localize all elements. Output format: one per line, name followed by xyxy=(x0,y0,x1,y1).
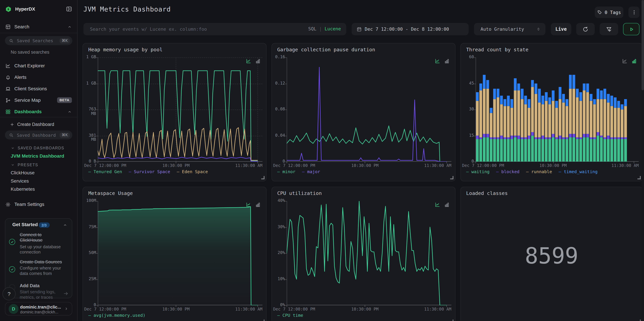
y-axis-tick xyxy=(285,57,287,58)
section-header-label: SAVED DASHBOARDS xyxy=(18,146,64,150)
sidebar-item-team-settings[interactable]: Team Settings xyxy=(0,200,77,209)
panel-resize-handle[interactable] xyxy=(638,176,640,179)
saved-dashboards-field[interactable] xyxy=(16,132,57,138)
saved-searches-input[interactable]: ⌘K xyxy=(5,36,72,45)
sidebar-item-chart-explorer[interactable]: Chart Explorer xyxy=(0,61,77,70)
sidebar-collapse-icon[interactable] xyxy=(66,6,72,12)
metric-value: 8599 xyxy=(461,187,642,321)
x-axis-tick xyxy=(258,305,258,307)
panel-resize-handle[interactable] xyxy=(638,320,640,321)
event-search-field[interactable] xyxy=(84,26,346,32)
panel-title[interactable]: Garbage collection pause duration xyxy=(277,47,375,52)
legend-item[interactable]: — blocked xyxy=(496,169,520,174)
sidebar-link-jvm-dashboard[interactable]: JVM Metrics Dashboard xyxy=(11,153,64,158)
y-axis-tick xyxy=(96,57,98,58)
chart-canvas[interactable] xyxy=(98,57,262,162)
legend-item[interactable]: — timed_waiting xyxy=(558,169,598,174)
filter-button[interactable] xyxy=(600,23,618,35)
sql-toggle[interactable]: SQL xyxy=(308,26,316,32)
scrollbar-thumb[interactable] xyxy=(642,0,644,90)
sidebar-item-dashboards[interactable]: Dashboards xyxy=(0,107,77,116)
sidebar-item-alerts[interactable]: Alerts xyxy=(0,73,77,81)
x-axis-tick xyxy=(365,305,365,307)
granularity-select[interactable]: Auto Granularity xyxy=(474,23,545,35)
x-axis-tick xyxy=(98,162,98,163)
legend-item[interactable]: — Tenured Gen xyxy=(88,169,122,174)
panel-title[interactable]: Heap memory usage by pool xyxy=(88,47,162,52)
tags-button[interactable]: 0 Tags xyxy=(595,6,624,18)
sidebar-link-kubernetes[interactable]: Kubernetes xyxy=(11,187,35,192)
chevron-up-icon[interactable] xyxy=(63,223,68,227)
sidebar-item-client-sessions[interactable]: Client Sessions xyxy=(0,84,77,93)
refresh-button[interactable] xyxy=(576,23,595,35)
event-search-input[interactable]: SQL | Lucene xyxy=(84,23,346,35)
legend-item[interactable]: — runnable xyxy=(526,169,552,174)
play-icon xyxy=(628,26,634,32)
chart-canvas[interactable] xyxy=(476,57,638,162)
x-axis-tick xyxy=(365,162,365,163)
step-title[interactable]: Add Data xyxy=(20,283,40,288)
search-icon xyxy=(9,38,14,43)
get-started-card: Get Started 2/3 Connect to ClickHouse Se… xyxy=(5,218,72,298)
panel-resize-handle[interactable] xyxy=(450,176,453,179)
legend-item[interactable]: — waiting xyxy=(466,169,490,174)
sidebar-link-clickhouse[interactable]: ClickHouse xyxy=(11,170,34,175)
panel-resize-handle[interactable] xyxy=(261,320,264,321)
create-dashboard-button[interactable]: Create Dashboard xyxy=(0,120,77,129)
panel-title[interactable]: Metaspace Usage xyxy=(88,190,133,196)
y-axis-label: 10% xyxy=(272,277,285,281)
calendar-icon xyxy=(356,26,362,32)
y-axis-tick xyxy=(96,279,98,280)
more-options-button[interactable] xyxy=(628,6,640,18)
panel-title[interactable]: CPU utilization xyxy=(277,190,322,196)
chart-canvas[interactable] xyxy=(287,201,452,305)
lucene-toggle[interactable]: Lucene xyxy=(324,26,341,32)
sidebar-item-service-map[interactable]: Service Map BETA xyxy=(0,95,77,104)
filter-icon xyxy=(606,26,612,32)
user-menu[interactable]: D dominic.tran@clic... dominic.tran@clic… xyxy=(5,302,72,316)
help-button[interactable]: ? xyxy=(2,287,16,301)
date-range-picker[interactable]: Dec 7 12:00:00 - Dec 8 12:00:00 xyxy=(352,23,469,35)
legend-item[interactable]: — major xyxy=(302,169,320,174)
plot-area xyxy=(287,57,452,162)
chart-legend: — waiting— blocked— runnable— timed_wait… xyxy=(466,169,598,174)
user-name: dominic.tran@clic... xyxy=(20,305,61,309)
chart-canvas[interactable] xyxy=(287,57,452,162)
saved-dashboards-section-header[interactable]: SAVED DASHBOARDS xyxy=(11,146,64,150)
sidebar-item-search[interactable]: Search xyxy=(0,22,77,31)
y-axis-label: 0 xyxy=(272,159,285,164)
legend-item[interactable]: — minor xyxy=(277,169,296,174)
panel-title[interactable]: Thread count by state xyxy=(466,47,528,52)
toggle-divider: | xyxy=(319,26,322,32)
legend-item[interactable]: — Eden Space xyxy=(177,169,208,174)
service-map-icon xyxy=(6,97,11,103)
dashboards-icon xyxy=(6,109,11,114)
tags-label: 0 Tags xyxy=(605,10,621,15)
page-title: JVM Metrics Dashboard xyxy=(84,5,171,13)
y-axis-tick xyxy=(474,109,476,110)
step-desc: Start sending logs, metrics, or traces xyxy=(20,289,59,300)
run-query-button[interactable] xyxy=(623,23,640,35)
query-language-toggle[interactable]: SQL | Lucene xyxy=(308,26,341,32)
x-axis-tick xyxy=(258,162,258,163)
panel-resize-handle[interactable] xyxy=(450,320,453,321)
presets-section-header[interactable]: PRESETS xyxy=(11,163,38,167)
legend-item[interactable]: — avg(jvm.memory.used) xyxy=(88,313,146,318)
legend-item[interactable]: — Survivor Space xyxy=(128,169,170,174)
x-axis-tick xyxy=(287,305,287,307)
chart-legend: — minor— major xyxy=(277,169,320,174)
plot-area xyxy=(98,201,262,305)
step-title[interactable]: Create Data Sources xyxy=(20,259,73,265)
chart-canvas[interactable] xyxy=(98,201,262,305)
live-button[interactable]: Live xyxy=(551,23,571,35)
y-axis-tick xyxy=(96,109,98,110)
chevron-down-icon xyxy=(11,146,15,150)
saved-dashboards-input[interactable]: ⌘K xyxy=(5,130,72,139)
arrow-right-icon[interactable] xyxy=(63,291,68,296)
saved-searches-field[interactable] xyxy=(16,38,57,43)
x-axis-tick xyxy=(634,162,634,163)
sidebar-link-services[interactable]: Services xyxy=(11,179,29,183)
legend-item[interactable]: — CPU time xyxy=(277,313,303,318)
panel-resize-handle[interactable] xyxy=(261,176,264,179)
step-title[interactable]: Connect to ClickHouse xyxy=(20,232,60,243)
